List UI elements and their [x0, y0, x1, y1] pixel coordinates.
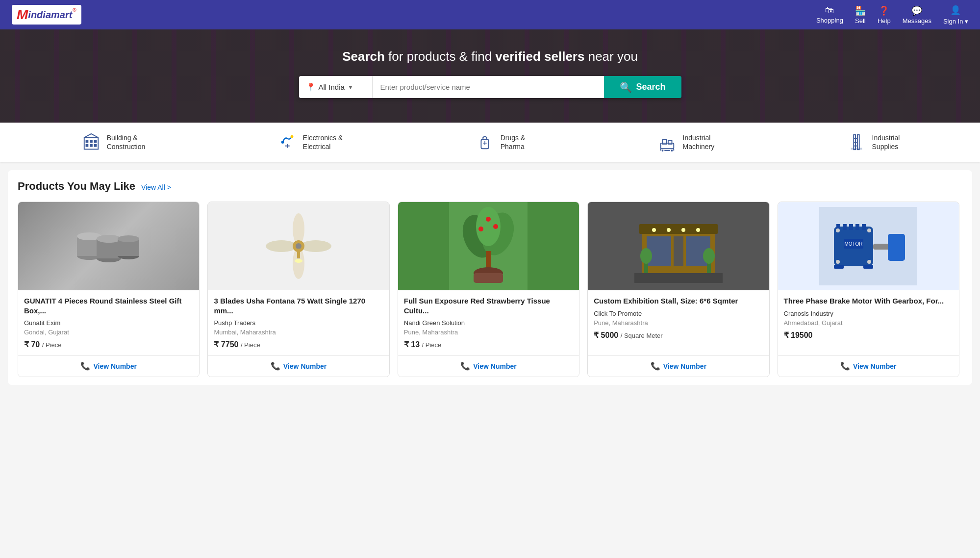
price-unit-p2: / Piece	[241, 341, 260, 349]
product-seller-p3: Nandi Green Solution	[404, 319, 573, 327]
drugs-icon-wrap	[474, 131, 496, 153]
price-value-p4: ₹ 5000	[594, 331, 618, 339]
svg-point-21	[661, 150, 663, 152]
chevron-down-icon: ▼	[348, 84, 353, 91]
cat-industrial-supplies[interactable]: IndustrialSupplies	[840, 129, 906, 155]
nav-sell[interactable]: 🏪 Sell	[855, 5, 866, 25]
svg-point-22	[671, 150, 673, 152]
nav-signin-label: Sign In ▾	[943, 18, 968, 25]
product-price-p2: ₹ 7750 / Piece	[214, 340, 383, 349]
logo-box[interactable]: M indiamart ®	[12, 5, 81, 25]
search-button-icon: 🔍	[620, 81, 632, 93]
svg-rect-75	[843, 224, 847, 230]
search-button[interactable]: 🔍 Search	[604, 76, 681, 98]
product-image-p1	[18, 202, 199, 290]
price-unit-p3: / Piece	[422, 341, 441, 349]
nav-help-label: Help	[878, 17, 891, 25]
product-image-p4	[588, 202, 769, 290]
building-icon-wrap	[80, 131, 102, 153]
electronics-icon-wrap	[276, 131, 298, 153]
cat-electronics-electrical[interactable]: Electronics &Electrical	[271, 129, 349, 155]
signin-icon: 👤	[950, 5, 961, 16]
view-all-link[interactable]: View All >	[141, 183, 171, 191]
svg-point-54	[478, 227, 483, 231]
view-number-btn-p3[interactable]: 📞 View Number	[398, 355, 579, 377]
messages-icon: 💬	[911, 5, 922, 16]
svg-point-56	[486, 217, 491, 222]
view-number-btn-p1[interactable]: 📞 View Number	[18, 355, 199, 377]
product-image-p2	[208, 202, 389, 290]
product-image-p5: MOTOR	[778, 202, 959, 290]
product-seller-p2: Pushp Traders	[214, 319, 383, 327]
cat-industrial-machinery[interactable]: IndustrialMachinery	[651, 129, 721, 155]
phone-icon-p3: 📞	[460, 361, 470, 371]
plant-image	[449, 202, 528, 290]
cat-building-construction[interactable]: Building &Construction	[75, 129, 151, 155]
svg-rect-6	[94, 144, 97, 147]
svg-point-34	[97, 235, 121, 243]
cat-building-label: Building &Construction	[107, 133, 146, 151]
svg-rect-0	[84, 138, 98, 150]
view-number-label-p3: View Number	[473, 362, 516, 370]
product-info-p2: 3 Blades Usha Fontana 75 Watt Single 127…	[208, 290, 389, 355]
svg-rect-61	[674, 236, 683, 266]
nav-help[interactable]: ❓ Help	[878, 5, 891, 25]
hero-search-word: Search	[342, 49, 385, 64]
nav-signin[interactable]: 👤 Sign In ▾	[943, 5, 968, 25]
svg-rect-45	[297, 249, 300, 258]
price-value-p1: ₹ 70	[24, 340, 40, 349]
shopping-icon: 🛍	[825, 5, 834, 16]
location-pin-icon: 📍	[306, 82, 316, 92]
svg-point-37	[118, 235, 139, 242]
section-title: Products You May Like	[18, 180, 135, 193]
cat-electronics-label: Electronics &Electrical	[303, 133, 343, 151]
product-location-p1: Gondal, Gujarat	[24, 329, 193, 336]
cat-drugs-label: Drugs &Pharma	[501, 133, 526, 151]
svg-point-71	[703, 248, 715, 264]
phone-icon-p4: 📞	[651, 361, 660, 371]
location-dropdown[interactable]: 📍 All India ▼	[299, 76, 373, 98]
view-number-btn-p5[interactable]: 📞 View Number	[778, 355, 959, 377]
product-location-p5: Ahmedabad, Gujarat	[784, 319, 953, 327]
logo-area[interactable]: M indiamart ®	[12, 5, 81, 25]
svg-rect-82	[863, 265, 873, 269]
header: M indiamart ® 🛍 Shopping 🏪 Sell ❓ Help 💬…	[0, 0, 980, 29]
svg-point-8	[281, 141, 284, 144]
search-bar: 📍 All India ▼ 🔍 Search	[299, 76, 681, 98]
svg-point-55	[493, 224, 498, 229]
product-seller-p1: Gunatit Exim	[24, 319, 193, 327]
svg-point-88	[867, 260, 871, 264]
svg-point-40	[300, 240, 331, 252]
search-input[interactable]	[373, 76, 604, 98]
cat-drugs-pharma[interactable]: Drugs &Pharma	[468, 129, 531, 155]
svg-rect-59	[639, 224, 718, 234]
product-info-p3: Full Sun Exposure Red Strawberry Tissue …	[398, 290, 579, 355]
building-construction-icon	[82, 133, 101, 152]
view-number-label-p5: View Number	[853, 362, 896, 370]
hero-content: Search for products & find verified sell…	[10, 49, 970, 98]
product-price-p4: ₹ 5000 / Square Meter	[594, 330, 763, 340]
product-card-p2: 3 Blades Usha Fontana 75 Watt Single 127…	[207, 202, 389, 377]
view-number-btn-p2[interactable]: 📞 View Number	[208, 355, 389, 377]
phone-icon-p1: 📞	[80, 361, 90, 371]
nav-shopping[interactable]: 🛍 Shopping	[816, 5, 843, 24]
svg-point-46	[295, 259, 302, 263]
location-label: All India	[319, 83, 345, 91]
svg-point-9	[290, 135, 293, 138]
svg-rect-24	[857, 135, 859, 150]
nav-messages[interactable]: 💬 Messages	[903, 5, 931, 25]
product-price-p5: ₹ 19500	[784, 330, 953, 340]
svg-rect-78	[862, 224, 866, 230]
view-number-btn-p4[interactable]: 📞 View Number	[588, 355, 769, 377]
svg-rect-80	[888, 234, 905, 261]
svg-marker-7	[84, 134, 98, 138]
svg-rect-77	[855, 224, 859, 230]
svg-rect-81	[834, 265, 844, 269]
product-info-p4: Custom Exhibition Stall, Size: 6*6 Sqmte…	[588, 290, 769, 355]
machinery-icon-wrap	[656, 131, 678, 153]
product-name-p4: Custom Exhibition Stall, Size: 6*6 Sqmte…	[594, 296, 763, 306]
section-header: Products You May Like View All >	[18, 180, 962, 193]
phone-icon-p2: 📞	[271, 361, 280, 371]
hero-title-part4: near you	[584, 49, 637, 64]
motor-image: MOTOR	[819, 207, 917, 285]
